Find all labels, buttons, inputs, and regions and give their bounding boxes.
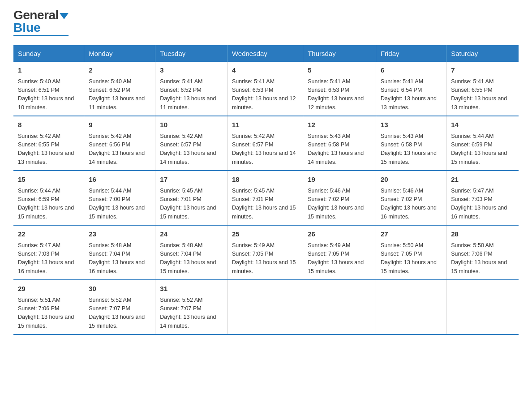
day-number: 13: [381, 120, 442, 130]
day-info: Sunrise: 5:45 AMSunset: 7:01 PMDaylight:…: [232, 187, 298, 222]
day-info: Sunrise: 5:46 AMSunset: 7:02 PMDaylight:…: [308, 187, 371, 222]
calendar-week-row: 15Sunrise: 5:44 AMSunset: 6:59 PMDayligh…: [13, 171, 519, 225]
day-info: Sunrise: 5:41 AMSunset: 6:54 PMDaylight:…: [381, 77, 442, 112]
logo-arrow-icon: [60, 13, 69, 19]
day-number: 30: [89, 284, 150, 294]
day-number: 9: [89, 120, 150, 130]
day-info: Sunrise: 5:46 AMSunset: 7:02 PMDaylight:…: [381, 187, 442, 222]
calendar-cell: 24Sunrise: 5:48 AMSunset: 7:04 PMDayligh…: [155, 225, 227, 280]
weekday-header-sunday: Sunday: [13, 45, 84, 62]
calendar-cell: 6Sunrise: 5:41 AMSunset: 6:54 PMDaylight…: [376, 62, 446, 116]
calendar-cell: [446, 280, 519, 334]
weekday-header-row: SundayMondayTuesdayWednesdayThursdayFrid…: [13, 45, 519, 62]
day-info: Sunrise: 5:41 AMSunset: 6:53 PMDaylight:…: [308, 77, 371, 112]
day-info: Sunrise: 5:50 AMSunset: 7:05 PMDaylight:…: [381, 241, 442, 276]
calendar-cell: 9Sunrise: 5:42 AMSunset: 6:56 PMDaylight…: [84, 116, 155, 171]
calendar-cell: 31Sunrise: 5:52 AMSunset: 7:07 PMDayligh…: [155, 280, 227, 334]
day-number: 6: [381, 65, 442, 76]
day-info: Sunrise: 5:45 AMSunset: 7:01 PMDaylight:…: [160, 187, 223, 222]
calendar-cell: 10Sunrise: 5:42 AMSunset: 6:57 PMDayligh…: [155, 116, 227, 171]
weekday-header-monday: Monday: [84, 45, 155, 62]
day-number: 1: [18, 65, 79, 76]
day-number: 3: [160, 65, 223, 76]
day-info: Sunrise: 5:48 AMSunset: 7:04 PMDaylight:…: [160, 241, 223, 276]
day-number: 7: [451, 65, 514, 76]
calendar-week-row: 1Sunrise: 5:40 AMSunset: 6:51 PMDaylight…: [13, 62, 519, 116]
day-number: 27: [381, 229, 442, 240]
day-info: Sunrise: 5:47 AMSunset: 7:03 PMDaylight:…: [451, 187, 514, 222]
calendar-cell: 12Sunrise: 5:43 AMSunset: 6:58 PMDayligh…: [303, 116, 376, 171]
day-info: Sunrise: 5:48 AMSunset: 7:04 PMDaylight:…: [89, 241, 150, 276]
day-info: Sunrise: 5:50 AMSunset: 7:06 PMDaylight:…: [451, 241, 514, 276]
calendar-cell: 15Sunrise: 5:44 AMSunset: 6:59 PMDayligh…: [13, 171, 84, 225]
calendar-cell: 18Sunrise: 5:45 AMSunset: 7:01 PMDayligh…: [227, 171, 303, 225]
logo-underline: [13, 35, 69, 36]
weekday-header-tuesday: Tuesday: [155, 45, 227, 62]
calendar-week-row: 8Sunrise: 5:42 AMSunset: 6:55 PMDaylight…: [13, 116, 519, 171]
day-info: Sunrise: 5:40 AMSunset: 6:52 PMDaylight:…: [89, 77, 150, 112]
day-number: 5: [308, 65, 371, 76]
day-info: Sunrise: 5:49 AMSunset: 7:05 PMDaylight:…: [232, 241, 298, 276]
day-info: Sunrise: 5:44 AMSunset: 7:00 PMDaylight:…: [89, 187, 150, 222]
logo: General Blue: [13, 9, 69, 36]
calendar-cell: 4Sunrise: 5:41 AMSunset: 6:53 PMDaylight…: [227, 62, 303, 116]
calendar-cell: 16Sunrise: 5:44 AMSunset: 7:00 PMDayligh…: [84, 171, 155, 225]
day-number: 25: [232, 229, 298, 240]
day-info: Sunrise: 5:52 AMSunset: 7:07 PMDaylight:…: [160, 296, 223, 331]
calendar-cell: 20Sunrise: 5:46 AMSunset: 7:02 PMDayligh…: [376, 171, 446, 225]
day-number: 22: [18, 229, 79, 240]
day-number: 8: [18, 120, 79, 130]
day-info: Sunrise: 5:51 AMSunset: 7:06 PMDaylight:…: [18, 296, 79, 331]
calendar-week-row: 22Sunrise: 5:47 AMSunset: 7:03 PMDayligh…: [13, 225, 519, 280]
day-number: 23: [89, 229, 150, 240]
day-info: Sunrise: 5:42 AMSunset: 6:56 PMDaylight:…: [89, 132, 150, 167]
day-info: Sunrise: 5:42 AMSunset: 6:55 PMDaylight:…: [18, 132, 79, 167]
calendar-table: SundayMondayTuesdayWednesdayThursdayFrid…: [13, 45, 519, 335]
calendar-cell: 1Sunrise: 5:40 AMSunset: 6:51 PMDaylight…: [13, 62, 84, 116]
day-number: 21: [451, 175, 514, 185]
calendar-cell: 7Sunrise: 5:41 AMSunset: 6:55 PMDaylight…: [446, 62, 519, 116]
day-info: Sunrise: 5:40 AMSunset: 6:51 PMDaylight:…: [18, 77, 79, 112]
day-number: 20: [381, 175, 442, 185]
day-number: 28: [451, 229, 514, 240]
day-number: 19: [308, 175, 371, 185]
day-number: 10: [160, 120, 223, 130]
page-header: General Blue: [13, 9, 519, 36]
day-number: 26: [308, 229, 371, 240]
day-number: 4: [232, 65, 298, 76]
calendar-cell: 17Sunrise: 5:45 AMSunset: 7:01 PMDayligh…: [155, 171, 227, 225]
calendar-cell: 8Sunrise: 5:42 AMSunset: 6:55 PMDaylight…: [13, 116, 84, 171]
weekday-header-friday: Friday: [376, 45, 446, 62]
calendar-cell: 3Sunrise: 5:41 AMSunset: 6:52 PMDaylight…: [155, 62, 227, 116]
calendar-cell: [376, 280, 446, 334]
logo-general-text: General: [13, 9, 59, 21]
calendar-cell: 22Sunrise: 5:47 AMSunset: 7:03 PMDayligh…: [13, 225, 84, 280]
day-info: Sunrise: 5:52 AMSunset: 7:07 PMDaylight:…: [89, 296, 150, 331]
day-number: 31: [160, 284, 223, 294]
day-info: Sunrise: 5:44 AMSunset: 6:59 PMDaylight:…: [18, 187, 79, 222]
day-info: Sunrise: 5:41 AMSunset: 6:52 PMDaylight:…: [160, 77, 223, 112]
day-number: 14: [451, 120, 514, 130]
weekday-header-saturday: Saturday: [446, 45, 519, 62]
calendar-cell: 23Sunrise: 5:48 AMSunset: 7:04 PMDayligh…: [84, 225, 155, 280]
calendar-cell: 30Sunrise: 5:52 AMSunset: 7:07 PMDayligh…: [84, 280, 155, 334]
calendar-cell: 26Sunrise: 5:49 AMSunset: 7:05 PMDayligh…: [303, 225, 376, 280]
day-info: Sunrise: 5:43 AMSunset: 6:58 PMDaylight:…: [308, 132, 371, 167]
day-number: 29: [18, 284, 79, 294]
calendar-cell: 14Sunrise: 5:44 AMSunset: 6:59 PMDayligh…: [446, 116, 519, 171]
calendar-cell: 5Sunrise: 5:41 AMSunset: 6:53 PMDaylight…: [303, 62, 376, 116]
calendar-cell: 2Sunrise: 5:40 AMSunset: 6:52 PMDaylight…: [84, 62, 155, 116]
logo-blue-text: Blue: [13, 21, 41, 34]
calendar-cell: [303, 280, 376, 334]
day-number: 16: [89, 175, 150, 185]
day-number: 11: [232, 120, 298, 130]
calendar-week-row: 29Sunrise: 5:51 AMSunset: 7:06 PMDayligh…: [13, 280, 519, 334]
day-number: 12: [308, 120, 371, 130]
weekday-header-wednesday: Wednesday: [227, 45, 303, 62]
day-info: Sunrise: 5:49 AMSunset: 7:05 PMDaylight:…: [308, 241, 371, 276]
day-info: Sunrise: 5:41 AMSunset: 6:53 PMDaylight:…: [232, 77, 298, 112]
day-info: Sunrise: 5:41 AMSunset: 6:55 PMDaylight:…: [451, 77, 514, 112]
calendar-cell: 27Sunrise: 5:50 AMSunset: 7:05 PMDayligh…: [376, 225, 446, 280]
calendar-cell: 25Sunrise: 5:49 AMSunset: 7:05 PMDayligh…: [227, 225, 303, 280]
day-number: 15: [18, 175, 79, 185]
